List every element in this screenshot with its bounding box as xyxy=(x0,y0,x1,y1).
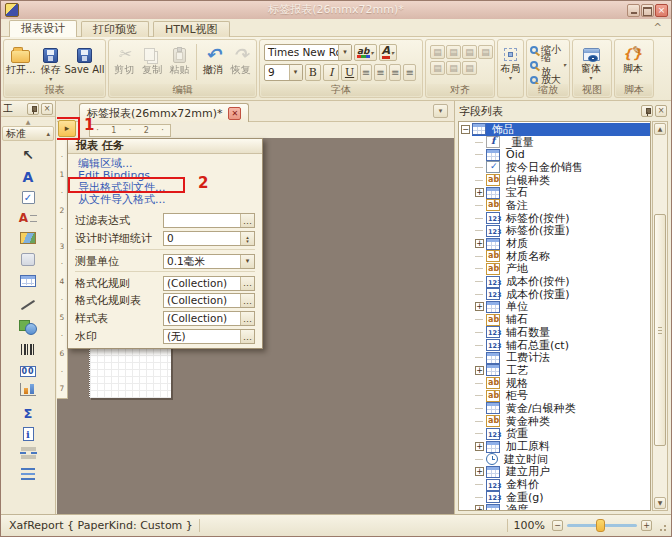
property-editor[interactable]: (Collection) xyxy=(163,311,255,326)
tree-expander-icon[interactable] xyxy=(475,150,484,159)
align-right-button[interactable]: ≡ xyxy=(389,64,402,81)
tree-row[interactable]: 标签价(按重) xyxy=(459,225,650,238)
copy-button[interactable]: 复制 xyxy=(139,42,166,82)
tree-expander-icon[interactable] xyxy=(475,201,484,210)
tree-expander-icon[interactable] xyxy=(475,290,484,299)
property-editor[interactable]: 0.1毫米 xyxy=(163,254,255,269)
open-button[interactable]: 打开... xyxy=(6,42,36,82)
bold-button[interactable]: B xyxy=(305,64,321,81)
property-value[interactable]: 0.1毫米 xyxy=(164,255,240,268)
tree-expander-icon[interactable] xyxy=(475,442,484,451)
tree-expander-icon[interactable] xyxy=(475,404,484,413)
tree-expander-icon[interactable] xyxy=(475,277,484,286)
align-lefts-button[interactable]: ▤ xyxy=(446,45,461,59)
tree-expander-icon[interactable] xyxy=(475,379,484,388)
property-editor-button[interactable] xyxy=(240,312,254,325)
tree-row[interactable]: 建立用户 xyxy=(459,466,650,479)
tree-row[interactable]: 饰品 xyxy=(459,123,650,136)
pin-icon[interactable] xyxy=(641,105,653,117)
tree-expander-icon[interactable] xyxy=(475,429,484,438)
tree-row[interactable]: 加工原料 xyxy=(459,440,650,453)
toolbox-tool[interactable] xyxy=(23,427,34,441)
property-editor[interactable] xyxy=(163,213,255,228)
align-bottoms-button[interactable]: ▤ xyxy=(462,61,477,75)
paste-button[interactable]: 粘贴 xyxy=(166,42,193,82)
align-centers-button[interactable]: ▤ xyxy=(462,45,477,59)
property-editor[interactable]: (无) xyxy=(163,329,255,344)
toolbox-tool[interactable] xyxy=(21,447,36,462)
close-icon[interactable]: × xyxy=(41,103,53,115)
tree-row[interactable]: 工艺 xyxy=(459,364,650,377)
form-view-button[interactable]: 窗体 ▾ xyxy=(574,41,608,80)
align-rights-button[interactable]: ▤ xyxy=(478,45,493,59)
property-editor-button[interactable] xyxy=(240,214,254,227)
font-size-combo[interactable]: 9 ▾ xyxy=(264,64,303,81)
property-editor-button[interactable] xyxy=(240,330,254,343)
toolbox-tool[interactable] xyxy=(20,275,36,290)
tree-row[interactable]: 规格 xyxy=(459,377,650,390)
toolbox-tool[interactable] xyxy=(18,169,38,185)
scroll-up-icon[interactable]: ▲ xyxy=(654,123,666,135)
tree-row[interactable]: _重量 xyxy=(459,136,650,149)
property-editor[interactable]: (Collection) xyxy=(163,293,255,308)
tree-expander-icon[interactable] xyxy=(475,328,484,337)
undo-button[interactable]: 撤消 xyxy=(200,42,227,82)
underline-button[interactable]: U xyxy=(341,64,357,81)
toolbox-tool[interactable] xyxy=(21,253,35,269)
toolbox-tool[interactable] xyxy=(21,468,35,483)
property-editor-button[interactable] xyxy=(240,255,254,268)
tab-list-dropdown-icon[interactable]: ▾ xyxy=(433,104,448,118)
toolbox-tool[interactable] xyxy=(20,383,36,399)
property-editor-button[interactable] xyxy=(240,277,254,290)
tree-expander-icon[interactable] xyxy=(475,239,484,248)
tree-row[interactable]: 成本价(按重) xyxy=(459,288,650,301)
align-center-button[interactable]: ≡ xyxy=(374,64,387,81)
tree-expander-icon[interactable] xyxy=(475,480,484,489)
property-value[interactable]: (Collection) xyxy=(164,312,240,325)
align-middles-button[interactable]: ▤ xyxy=(446,61,461,75)
tree-expander-icon[interactable] xyxy=(475,302,484,311)
tree-row[interactable]: 金重(g) xyxy=(459,491,650,504)
toolbox-tool[interactable] xyxy=(20,364,36,377)
property-value[interactable]: 0 xyxy=(164,232,240,245)
script-button[interactable]: 脚本 xyxy=(616,41,650,75)
property-value[interactable]: (Collection) xyxy=(164,294,240,307)
property-value[interactable] xyxy=(164,214,240,227)
close-tab-icon[interactable]: ✕ xyxy=(228,107,241,120)
tree-expander-icon[interactable] xyxy=(475,467,484,476)
cut-button[interactable]: 剪切 xyxy=(111,42,138,82)
tree-expander-icon[interactable] xyxy=(475,252,484,261)
align-to-grid-button[interactable]: ▤ xyxy=(430,45,445,59)
tree-row[interactable]: 材质 xyxy=(459,237,650,250)
tree-expander-icon[interactable] xyxy=(475,163,484,172)
tree-expander-icon[interactable] xyxy=(475,391,484,400)
field-list-scrollbar[interactable]: ▲ ▼ xyxy=(652,121,668,511)
tree-expander-icon[interactable] xyxy=(475,341,484,350)
tree-expander-icon[interactable] xyxy=(475,264,484,273)
redo-button[interactable]: 恢复 xyxy=(227,42,254,82)
layout-button[interactable]: 布局 ▾ xyxy=(499,41,522,80)
property-editor-button[interactable] xyxy=(240,232,254,245)
property-value[interactable]: (无) xyxy=(164,330,240,343)
tree-row[interactable]: 金料价 xyxy=(459,478,650,491)
highlight-color-button[interactable]: ab ▾ xyxy=(354,44,377,61)
toolbox-category-standard[interactable]: 标准 ▴ xyxy=(2,126,54,141)
chevron-down-icon[interactable]: ▾ xyxy=(289,65,302,80)
zoom-in-icon[interactable]: + xyxy=(641,520,652,531)
ribbon-tab[interactable]: HTML视图 xyxy=(153,21,230,37)
tree-row[interactable]: 白银种类 xyxy=(459,174,650,187)
save-button[interactable]: 保存 ▾ xyxy=(37,42,65,82)
zoom-slider-thumb[interactable] xyxy=(596,519,605,532)
tree-expander-icon[interactable] xyxy=(475,493,484,502)
tree-expander-icon[interactable] xyxy=(475,214,484,223)
tree-row[interactable]: 材质名称 xyxy=(459,250,650,263)
tree-row[interactable]: 辅石 xyxy=(459,313,650,326)
property-value[interactable]: (Collection) xyxy=(164,277,240,290)
tree-row[interactable]: 单位 xyxy=(459,301,650,314)
toolbox-tool[interactable] xyxy=(18,147,38,163)
tree-expander-icon[interactable] xyxy=(475,188,484,197)
property-editor[interactable]: (Collection) xyxy=(163,276,255,291)
ribbon-tab[interactable]: 打印预览 xyxy=(81,21,149,37)
close-icon[interactable]: × xyxy=(655,4,668,17)
tree-expander-icon[interactable] xyxy=(475,315,484,324)
